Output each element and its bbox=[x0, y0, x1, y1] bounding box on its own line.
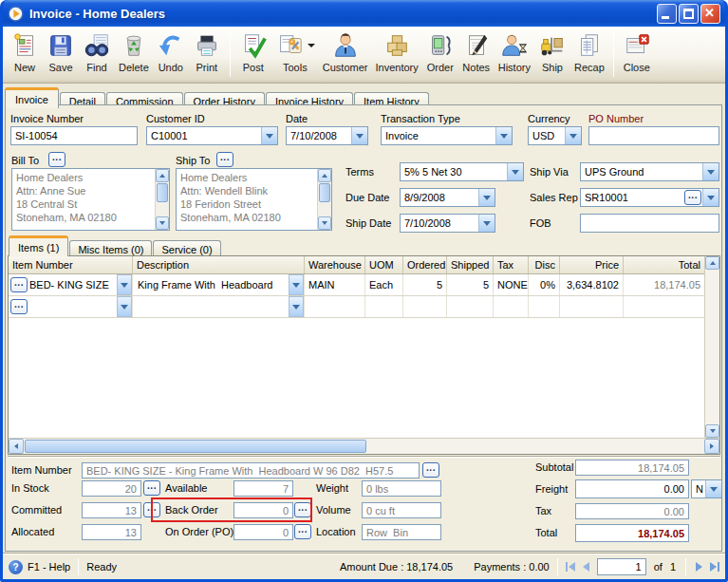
chevron-down-icon[interactable] bbox=[507, 163, 523, 180]
scrollbar-thumb[interactable] bbox=[157, 183, 168, 202]
toolbar-delete-button[interactable]: Delete bbox=[115, 29, 153, 74]
scroll-up-icon[interactable] bbox=[318, 169, 331, 182]
toolbar-new-button[interactable]: New bbox=[7, 29, 43, 74]
toolbar-notes-button[interactable]: Notes bbox=[458, 29, 495, 74]
toolbar-history-button[interactable]: History bbox=[495, 29, 534, 74]
grid-vertical-scrollbar[interactable] bbox=[704, 256, 719, 438]
toolbar-new-label: New bbox=[14, 62, 35, 73]
subtotal-value: 18,174.05 bbox=[575, 460, 689, 476]
scroll-down-icon[interactable] bbox=[318, 216, 331, 230]
title-bar[interactable]: Invoice - Home Dealers ✕ bbox=[3, 0, 725, 27]
column-disc[interactable]: Disc bbox=[529, 256, 560, 273]
scroll-up-icon[interactable] bbox=[156, 169, 169, 182]
chevron-down-icon[interactable] bbox=[117, 296, 132, 317]
on-order-po-ellipsis-button[interactable] bbox=[294, 524, 311, 539]
chevron-down-icon[interactable] bbox=[351, 127, 367, 144]
scroll-down-icon[interactable] bbox=[705, 424, 719, 438]
chevron-down-icon[interactable] bbox=[495, 127, 512, 144]
bill-to-address[interactable]: Home Dealers Attn: Anne Sue 18 Central S… bbox=[11, 168, 170, 231]
column-total[interactable]: Total bbox=[624, 256, 704, 273]
freight-tax-code-select[interactable]: N bbox=[691, 479, 722, 498]
terms-select[interactable]: 5% 5 Net 30 bbox=[400, 162, 524, 181]
chevron-down-icon[interactable] bbox=[478, 215, 495, 232]
tab-invoice[interactable]: Invoice bbox=[5, 87, 59, 108]
customer-id-label: Customer ID bbox=[146, 113, 205, 124]
scroll-down-icon[interactable] bbox=[156, 216, 169, 230]
toolbar-print-button[interactable]: Print bbox=[189, 29, 225, 74]
chevron-down-icon[interactable] bbox=[289, 296, 304, 317]
first-record-button[interactable] bbox=[566, 562, 575, 572]
scrollbar-thumb[interactable] bbox=[25, 440, 366, 453]
freight-input[interactable] bbox=[575, 479, 689, 498]
item-ellipsis-button[interactable] bbox=[10, 277, 28, 292]
scroll-up-icon[interactable] bbox=[705, 256, 719, 270]
toolbar-tools-button[interactable]: Tools bbox=[271, 29, 319, 74]
bill-to-scrollbar[interactable] bbox=[155, 169, 169, 230]
help-icon[interactable] bbox=[9, 560, 23, 574]
scroll-right-icon[interactable] bbox=[704, 439, 719, 454]
close-button[interactable]: ✕ bbox=[700, 4, 720, 24]
column-price[interactable]: Price bbox=[560, 256, 624, 273]
chevron-down-icon[interactable] bbox=[702, 163, 719, 180]
last-record-button[interactable] bbox=[710, 562, 719, 572]
chevron-down-icon[interactable] bbox=[117, 274, 132, 295]
item-ellipsis-button[interactable] bbox=[10, 299, 28, 314]
toolbar-find-label: Find bbox=[86, 62, 106, 73]
detail-item-ellipsis-button[interactable] bbox=[422, 462, 439, 478]
ship-to-ellipsis-button[interactable] bbox=[216, 152, 233, 167]
column-ordered[interactable]: Ordered bbox=[403, 256, 447, 273]
maximize-button[interactable] bbox=[679, 4, 699, 24]
bill-to-ellipsis-button[interactable] bbox=[48, 152, 65, 167]
toolbar-post-button[interactable]: Post bbox=[235, 29, 271, 74]
column-tax[interactable]: Tax bbox=[494, 256, 529, 273]
transaction-type-value: Invoice bbox=[382, 127, 495, 144]
toolbar-customer-button[interactable]: Customer bbox=[319, 29, 372, 74]
due-date-select[interactable]: 8/9/2008 bbox=[400, 188, 495, 207]
in-stock-ellipsis-button[interactable] bbox=[143, 480, 160, 496]
chevron-down-icon[interactable] bbox=[702, 189, 719, 206]
column-shipped[interactable]: Shipped bbox=[447, 256, 494, 273]
scroll-left-icon[interactable] bbox=[9, 439, 24, 454]
column-item-number[interactable]: Item Number bbox=[9, 256, 133, 273]
date-select[interactable]: 7/10/2008 bbox=[286, 126, 368, 145]
customer-id-select[interactable]: C10001 bbox=[146, 126, 278, 145]
grid-horizontal-scrollbar[interactable] bbox=[9, 438, 719, 454]
sales-rep-ellipsis-button[interactable] bbox=[684, 190, 701, 205]
toolbar-find-button[interactable]: Find bbox=[79, 29, 115, 74]
ship-via-select[interactable]: UPS Ground bbox=[580, 162, 719, 181]
tools-dropdown-icon[interactable] bbox=[308, 44, 315, 47]
column-uom[interactable]: UOM bbox=[365, 256, 403, 273]
toolbar-recap-button[interactable]: Recap bbox=[570, 29, 608, 74]
tab-items[interactable]: Items (1) bbox=[9, 235, 68, 256]
previous-record-button[interactable] bbox=[583, 562, 589, 572]
po-number-input[interactable] bbox=[588, 126, 719, 145]
column-description[interactable]: Description bbox=[133, 256, 305, 273]
next-record-button[interactable] bbox=[696, 562, 702, 572]
scrollbar-thumb[interactable] bbox=[319, 183, 330, 202]
ship-to-scrollbar[interactable] bbox=[317, 169, 331, 230]
currency-select[interactable]: USD bbox=[528, 126, 582, 145]
chevron-down-icon[interactable] bbox=[565, 127, 581, 144]
ship-date-select[interactable]: 7/10/2008 bbox=[400, 214, 495, 233]
invoice-number-input[interactable] bbox=[10, 126, 138, 145]
chevron-down-icon[interactable] bbox=[705, 480, 721, 498]
chevron-down-icon[interactable] bbox=[478, 189, 495, 206]
toolbar-order-button[interactable]: Order bbox=[422, 29, 458, 74]
chevron-down-icon[interactable] bbox=[261, 127, 277, 144]
minimize-button[interactable] bbox=[657, 4, 677, 24]
transaction-type-select[interactable]: Invoice bbox=[381, 126, 513, 145]
toolbar-close-button[interactable]: Close bbox=[619, 29, 655, 74]
divider bbox=[8, 456, 720, 458]
table-row[interactable]: BED- KING SIZE King Frame With Headboard… bbox=[9, 274, 704, 296]
column-warehouse[interactable]: Warehouse bbox=[305, 256, 365, 273]
sales-rep-select[interactable]: SR10001 bbox=[580, 188, 719, 207]
table-row[interactable] bbox=[9, 296, 704, 318]
toolbar-inventory-button[interactable]: Inventory bbox=[371, 29, 421, 74]
toolbar-undo-button[interactable]: Undo bbox=[153, 29, 189, 74]
fob-input[interactable] bbox=[580, 214, 719, 233]
toolbar-ship-button[interactable]: Ship bbox=[534, 29, 570, 74]
ship-to-address[interactable]: Home Dealers Attn: Wendell Blink 18 Feri… bbox=[176, 168, 332, 231]
chevron-down-icon[interactable] bbox=[289, 274, 304, 295]
toolbar-save-button[interactable]: Save bbox=[43, 29, 79, 74]
record-number-input[interactable] bbox=[597, 558, 646, 575]
